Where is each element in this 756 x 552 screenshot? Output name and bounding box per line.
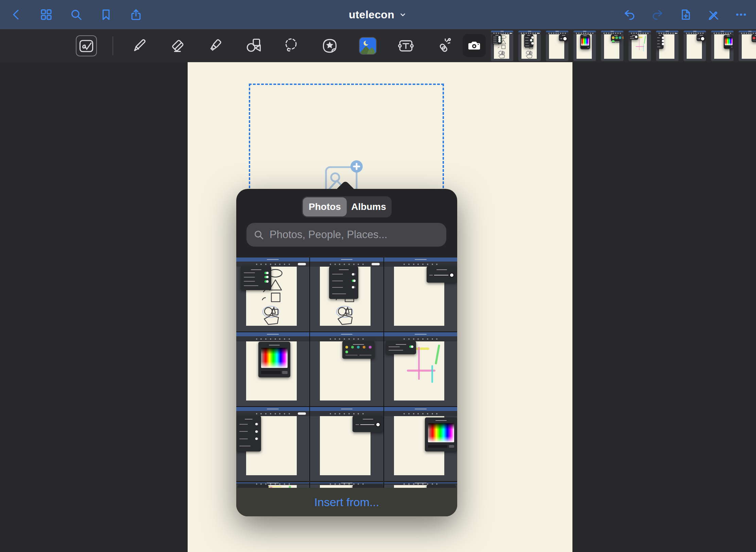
- back-button[interactable]: [7, 6, 25, 23]
- pan-mode-tool-button[interactable]: [74, 34, 98, 58]
- search-icon: [253, 229, 264, 240]
- more-icon: [735, 8, 748, 21]
- recent-photo-thumbnail-10[interactable]: [739, 31, 756, 61]
- search-button[interactable]: [67, 6, 85, 23]
- undo-button[interactable]: [621, 6, 638, 23]
- eraser-icon: [169, 37, 186, 55]
- photo-thumbnail-partial-1[interactable]: [236, 482, 309, 488]
- photo-thumbnail-3[interactable]: [384, 257, 457, 332]
- photo-thumbnail-4[interactable]: [236, 332, 309, 406]
- tool-bar: [0, 29, 756, 62]
- image-tool-icon: [360, 38, 376, 54]
- toolbar-divider: [113, 36, 113, 55]
- share-button[interactable]: [127, 6, 145, 23]
- photos-popover: PhotosAlbums Insert from...: [236, 189, 457, 516]
- pages-grid-icon: [40, 8, 53, 21]
- pen-icon: [131, 37, 148, 55]
- readonly-icon: [707, 8, 720, 21]
- photo-thumbnail-7[interactable]: [236, 407, 309, 481]
- document-title: utelecon: [349, 8, 394, 21]
- eraser-tool-button[interactable]: [166, 34, 189, 58]
- photo-thumbnail-8[interactable]: [310, 407, 383, 481]
- photo-search-field[interactable]: [246, 223, 446, 247]
- photos-albums-segmented-control: PhotosAlbums: [302, 196, 392, 217]
- recent-photo-thumbnail-4[interactable]: [573, 31, 596, 61]
- recent-photos-strip: [491, 31, 756, 62]
- photo-thumbnail-partial-2[interactable]: [310, 482, 383, 488]
- insert-from-button[interactable]: Insert from...: [236, 488, 457, 516]
- photo-thumbnail-1[interactable]: [236, 257, 309, 332]
- lasso-tool-button[interactable]: [280, 34, 304, 58]
- image-tool-button[interactable]: [356, 34, 380, 58]
- add-page-button[interactable]: [676, 6, 694, 23]
- photo-grid: [236, 257, 457, 481]
- navigation-bar: utelecon: [0, 0, 756, 29]
- pan-mode-icon: [78, 37, 95, 55]
- tab-albums[interactable]: Albums: [347, 197, 391, 216]
- text-icon: [397, 37, 415, 55]
- document-title-button[interactable]: utelecon: [349, 0, 407, 29]
- photo-thumbnail-6[interactable]: [384, 332, 457, 406]
- app-window: utelecon: [0, 0, 756, 552]
- shapes-icon: [245, 37, 262, 55]
- elements-tool-button[interactable]: [318, 34, 342, 58]
- photo-thumbnail-partial-3[interactable]: [384, 482, 457, 488]
- recent-photo-thumbnail-6[interactable]: [629, 31, 651, 61]
- elements-icon: [321, 37, 339, 55]
- share-icon: [130, 8, 142, 21]
- recent-photo-thumbnail-1[interactable]: [491, 31, 513, 61]
- recent-photo-thumbnail-8[interactable]: [684, 31, 706, 61]
- tab-photos[interactable]: Photos: [303, 197, 347, 216]
- photo-thumbnail-2[interactable]: [310, 257, 383, 332]
- redo-button[interactable]: [649, 6, 666, 23]
- highlighter-tool-button[interactable]: [204, 34, 227, 58]
- more-button[interactable]: [732, 6, 750, 23]
- pen-tool-button[interactable]: [127, 34, 151, 58]
- laser-pointer-icon: [435, 37, 453, 55]
- recent-photo-thumbnail-7[interactable]: [656, 31, 678, 61]
- photo-grid-partial-row: [236, 482, 457, 488]
- text-tool-button[interactable]: [394, 34, 418, 58]
- redo-icon: [651, 8, 664, 21]
- bookmark-icon: [100, 8, 113, 21]
- recent-photo-thumbnail-9[interactable]: [711, 31, 734, 61]
- add-page-icon: [679, 8, 692, 21]
- pages-grid-button[interactable]: [37, 6, 55, 23]
- shapes-tool-button[interactable]: [242, 34, 265, 58]
- highlighter-icon: [207, 37, 224, 55]
- back-icon: [10, 8, 23, 21]
- camera-button[interactable]: [463, 34, 486, 57]
- recent-photo-thumbnail-2[interactable]: [518, 31, 541, 61]
- laser-pointer-tool-button[interactable]: [432, 34, 456, 58]
- camera-icon: [467, 38, 482, 53]
- readonly-button[interactable]: [704, 6, 722, 23]
- recent-photo-thumbnail-3[interactable]: [546, 31, 568, 61]
- search-icon: [70, 8, 83, 21]
- undo-icon: [623, 8, 636, 21]
- lasso-icon: [283, 37, 300, 55]
- chevron-down-icon: [398, 10, 407, 19]
- photo-thumbnail-5[interactable]: [310, 332, 383, 406]
- recent-photo-thumbnail-5[interactable]: [601, 31, 623, 61]
- photo-search-input[interactable]: [269, 228, 440, 241]
- bookmark-button[interactable]: [97, 6, 115, 23]
- photo-thumbnail-9[interactable]: [384, 407, 457, 481]
